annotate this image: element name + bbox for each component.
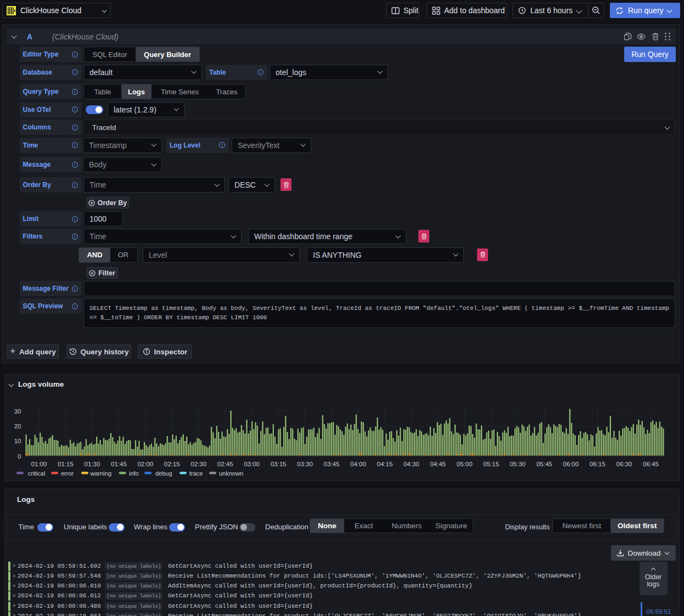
svg-text:trace: trace [189,470,203,477]
svg-text:03:45: 03:45 [324,461,340,467]
svg-text:05:00: 05:00 [457,461,473,467]
svg-text:04:30: 04:30 [403,461,419,467]
svg-text:04:00: 04:00 [350,461,366,467]
svg-text:20: 20 [14,423,21,429]
svg-text:unknown: unknown [219,470,243,477]
svg-text:05:30: 05:30 [510,461,526,467]
svg-text:05:45: 05:45 [536,461,552,467]
svg-text:info: info [129,470,139,477]
svg-text:0: 0 [18,453,21,460]
svg-text:warning: warning [90,470,112,477]
svg-text:03:30: 03:30 [297,461,313,467]
svg-text:06:00: 06:00 [563,461,579,467]
svg-text:06:45: 06:45 [643,461,659,467]
svg-text:04:15: 04:15 [377,461,393,467]
svg-text:01:00: 01:00 [31,461,47,467]
svg-text:30: 30 [14,408,21,415]
svg-text:02:00: 02:00 [137,461,153,467]
svg-text:06:15: 06:15 [590,461,605,467]
svg-text:01:45: 01:45 [111,461,127,467]
svg-text:02:15: 02:15 [164,461,180,467]
svg-text:05:15: 05:15 [483,461,499,467]
svg-text:01:15: 01:15 [58,461,74,467]
svg-text:02:45: 02:45 [217,461,233,467]
svg-text:02:30: 02:30 [190,461,206,467]
svg-text:error: error [61,470,74,477]
svg-text:critical: critical [28,470,45,477]
svg-text:03:15: 03:15 [271,461,287,467]
svg-text:debug: debug [155,470,172,477]
svg-text:04:45: 04:45 [430,461,446,467]
svg-text:01:30: 01:30 [85,461,100,467]
svg-text:03:00: 03:00 [244,461,260,467]
svg-text:10: 10 [14,438,21,444]
svg-text:06:30: 06:30 [616,461,632,467]
